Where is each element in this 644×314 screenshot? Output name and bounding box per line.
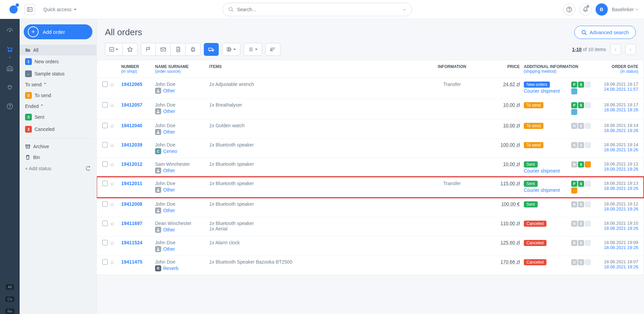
price-value[interactable]: 10.00 zł: [503, 123, 520, 128]
rail-integrations[interactable]: [4, 81, 16, 93]
row-checkbox[interactable]: [102, 201, 108, 207]
shipping-link[interactable]: Courier shipment: [524, 88, 560, 94]
th-name[interactable]: NAME SURNAME: [155, 64, 209, 69]
select-menu-button[interactable]: [105, 43, 123, 56]
row-star[interactable]: ☆: [110, 161, 114, 168]
status-pill[interactable]: To send: [524, 142, 543, 148]
mail-button[interactable]: [156, 43, 171, 56]
rail-filter-all[interactable]: All: [6, 284, 14, 290]
status-pill[interactable]: To send: [524, 102, 543, 108]
source-link[interactable]: Other: [163, 227, 175, 232]
status-date[interactable]: 24.08.2021 11:57: [591, 87, 638, 92]
logo[interactable]: [5, 5, 22, 14]
th-items[interactable]: ITEMS: [209, 64, 418, 69]
price-value[interactable]: 115.00 zł: [500, 181, 520, 186]
sidebar-item[interactable]: 1New orders: [20, 55, 96, 68]
sidebar-item[interactable]: 3Sent: [20, 111, 96, 123]
price-value[interactable]: 125.60 zł: [500, 240, 520, 245]
table-row[interactable]: ☆ 19411524 John DoeOther 1x Alarm clock …: [97, 236, 644, 255]
next-page-button[interactable]: ›: [625, 44, 636, 55]
order-number-link[interactable]: 19412011: [121, 181, 142, 186]
document-button[interactable]: [171, 43, 186, 56]
rail-orders[interactable]: [4, 43, 16, 55]
shipping-button[interactable]: [204, 43, 219, 56]
refresh-icon[interactable]: [85, 165, 91, 172]
prev-page-button[interactable]: ‹: [610, 44, 621, 55]
sidebar-archive[interactable]: Archive: [20, 141, 96, 152]
row-star[interactable]: ☆: [110, 102, 114, 109]
row-star[interactable]: ☆: [110, 123, 114, 129]
price-value[interactable]: 10.00 zł: [503, 161, 520, 167]
user-menu[interactable]: Baselinker: [612, 7, 639, 12]
price-value[interactable]: 24.62 zł: [503, 82, 520, 87]
row-checkbox[interactable]: [102, 102, 108, 108]
sidebar-item[interactable]: -Sample status: [20, 68, 96, 80]
row-checkbox[interactable]: [102, 123, 108, 128]
row-checkbox[interactable]: [102, 161, 108, 167]
row-checkbox[interactable]: [102, 240, 108, 245]
status-date[interactable]: 18.08.2021 19:26: [591, 147, 638, 152]
search-input[interactable]: [237, 7, 402, 12]
source-link[interactable]: Other: [163, 187, 175, 193]
status-pill[interactable]: To send: [524, 123, 543, 129]
help-button[interactable]: [563, 3, 575, 16]
shipping-link[interactable]: Courier shipment: [524, 168, 560, 174]
sidebar-group-tosend[interactable]: To send⌃: [20, 80, 96, 89]
table-row[interactable]: ☆ 19412008 John DoeOther 1x Bluetooth sp…: [97, 198, 644, 217]
status-date[interactable]: 18.08.2021 19:26: [591, 166, 638, 172]
notifications-button[interactable]: [579, 3, 592, 16]
sidebar-bin[interactable]: Bin: [20, 152, 96, 163]
price-value[interactable]: 100.00 €: [501, 201, 520, 207]
avatar[interactable]: B: [596, 3, 608, 16]
table-row[interactable]: ☆ 19411697 Dean WinchesterOther 1x Bluet…: [97, 217, 644, 236]
status-pill[interactable]: Sent: [524, 201, 538, 207]
order-number-link[interactable]: 19412065: [121, 82, 142, 87]
table-row[interactable]: ☆ 19412057 John DoeOther 1x Breathalyser…: [97, 98, 644, 119]
row-star[interactable]: ☆: [110, 142, 114, 149]
row-checkbox[interactable]: [102, 221, 108, 226]
status-date[interactable]: 18.08.2021 19:26: [591, 206, 638, 211]
table-row[interactable]: ☆ 19412039 John DoeCCeneo 1x Bluetooth s…: [97, 138, 644, 158]
sort-button[interactable]: [265, 43, 280, 56]
price-value[interactable]: 100.00 zł: [500, 142, 520, 148]
table-row[interactable]: ☆ 19412065 John DoeOther 1x Adjustable w…: [97, 78, 644, 98]
rail-warehouse[interactable]: [4, 62, 16, 74]
order-number-link[interactable]: 19412039: [121, 142, 142, 148]
search-box[interactable]: →: [222, 3, 412, 16]
order-number-link[interactable]: 19411524: [121, 240, 142, 245]
th-addl[interactable]: ADDITIONAL INFORMATION: [524, 64, 591, 69]
status-pill[interactable]: Sent: [524, 161, 538, 167]
row-star[interactable]: ☆: [110, 201, 114, 208]
row-star[interactable]: ☆: [110, 240, 114, 246]
order-number-link[interactable]: 19411475: [121, 259, 142, 265]
table-row[interactable]: ☆ 19412011 John DoeOther 1x Bluetooth sp…: [97, 177, 644, 198]
table-wrap[interactable]: NUMBER(in shop) NAME SURNAME(order sourc…: [97, 60, 644, 314]
status-date[interactable]: 18.08.2021 19:26: [591, 226, 638, 231]
price-value[interactable]: 170.66 zł: [500, 259, 520, 265]
status-pill[interactable]: Sent: [524, 181, 538, 187]
panel-toggle-button[interactable]: [24, 4, 35, 15]
advanced-search-button[interactable]: Advanced search: [574, 26, 636, 39]
row-star[interactable]: ☆: [110, 259, 114, 266]
status-pill[interactable]: Canceled: [524, 221, 546, 227]
order-number-link[interactable]: 19412057: [121, 102, 142, 108]
status-date[interactable]: 18.08.2021 19:26: [591, 107, 638, 112]
table-row[interactable]: ☆ 19412040 John DoeOther 1x Golden watch…: [97, 119, 644, 138]
status-pill[interactable]: New orders: [524, 82, 550, 88]
th-info[interactable]: INFORMATION: [418, 64, 486, 69]
columns-button[interactable]: [222, 43, 240, 56]
row-checkbox[interactable]: [102, 181, 108, 186]
order-number-link[interactable]: 19411697: [121, 221, 142, 226]
source-link[interactable]: Reverb: [163, 266, 178, 271]
status-date[interactable]: 18.08.2021 19:26: [591, 264, 638, 269]
th-number[interactable]: NUMBER: [121, 64, 155, 69]
rail-help[interactable]: [4, 100, 16, 112]
row-star[interactable]: ☆: [110, 181, 114, 187]
quick-access-menu[interactable]: Quick access: [43, 7, 77, 12]
th-date[interactable]: ORDER DATE: [591, 64, 638, 69]
row-checkbox[interactable]: [102, 142, 108, 148]
status-pill[interactable]: Canceled: [524, 259, 546, 265]
row-star[interactable]: ☆: [110, 221, 114, 227]
row-star[interactable]: ☆: [110, 82, 114, 88]
source-link[interactable]: Ceneo: [163, 149, 177, 154]
